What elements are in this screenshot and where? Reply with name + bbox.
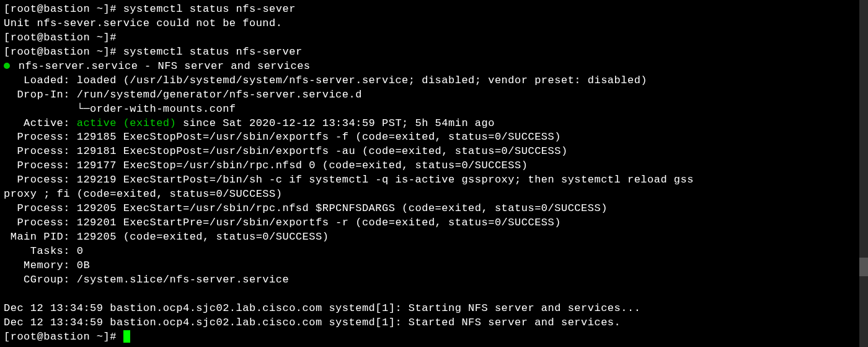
shell-prompt: [root@bastion ~]# (4, 331, 123, 343)
memory-line: Memory: 0B (4, 259, 864, 273)
process-line: Process: 129177 ExecStop=/usr/sbin/rpc.n… (4, 159, 864, 173)
command-1: systemctl status nfs-sever (123, 3, 296, 15)
prompt-line-2: [root@bastion ~]# (4, 31, 864, 45)
shell-prompt: [root@bastion ~]# (4, 3, 123, 15)
tasks-line: Tasks: 0 (4, 245, 864, 259)
active-label: Active: (4, 117, 77, 129)
dropin-line: Drop-In: /run/systemd/generator/nfs-serv… (4, 88, 864, 102)
log-line: Dec 12 13:34:59 bastion.ocp4.sjc02.lab.c… (4, 316, 864, 330)
loaded-line: Loaded: loaded (/usr/lib/systemd/system/… (4, 74, 864, 88)
process-line: Process: 129201 ExecStartPre=/usr/sbin/e… (4, 216, 864, 230)
dropin-sub-line: └─order-with-mounts.conf (4, 102, 864, 117)
active-status: active (exited) (77, 117, 177, 129)
process-line: Process: 129219 ExecStartPost=/bin/sh -c… (4, 173, 864, 187)
scrollbar-track[interactable] (859, 0, 868, 347)
terminal-output[interactable]: [root@bastion ~]# systemctl status nfs-s… (4, 2, 864, 345)
process-line: Process: 129181 ExecStopPost=/usr/sbin/e… (4, 145, 864, 159)
error-line: Unit nfs-sever.service could not be foun… (4, 17, 864, 31)
shell-prompt: [root@bastion ~]# (4, 32, 123, 43)
cgroup-line: CGroup: /system.slice/nfs-server.service (4, 273, 864, 287)
active-since: since Sat 2020-12-12 13:34:59 PST; 5h 54… (176, 117, 495, 129)
blank-line (4, 287, 864, 302)
shell-prompt: [root@bastion ~]# (4, 46, 123, 58)
command-2: systemctl status nfs-server (123, 46, 303, 58)
process-line-wrap: proxy ; fi (code=exited, status=0/SUCCES… (4, 187, 864, 202)
process-line: Process: 129205 ExecStart=/usr/sbin/rpc.… (4, 202, 864, 216)
active-line: Active: active (exited) since Sat 2020-1… (4, 117, 864, 131)
prompt-line-1: [root@bastion ~]# systemctl status nfs-s… (4, 2, 864, 17)
process-line: Process: 129185 ExecStopPost=/usr/sbin/e… (4, 130, 864, 145)
cursor-icon[interactable] (123, 330, 130, 343)
service-header: nfs-server.service - NFS server and serv… (4, 60, 864, 74)
main-pid-line: Main PID: 129205 (code=exited, status=0/… (4, 230, 864, 245)
prompt-line-4: [root@bastion ~]# (4, 330, 864, 345)
scrollbar-thumb[interactable] (859, 258, 868, 276)
status-dot-icon (4, 63, 10, 69)
log-line: Dec 12 13:34:59 bastion.ocp4.sjc02.lab.c… (4, 302, 864, 316)
service-title: nfs-server.service - NFS server and serv… (12, 60, 311, 72)
prompt-line-3: [root@bastion ~]# systemctl status nfs-s… (4, 45, 864, 60)
